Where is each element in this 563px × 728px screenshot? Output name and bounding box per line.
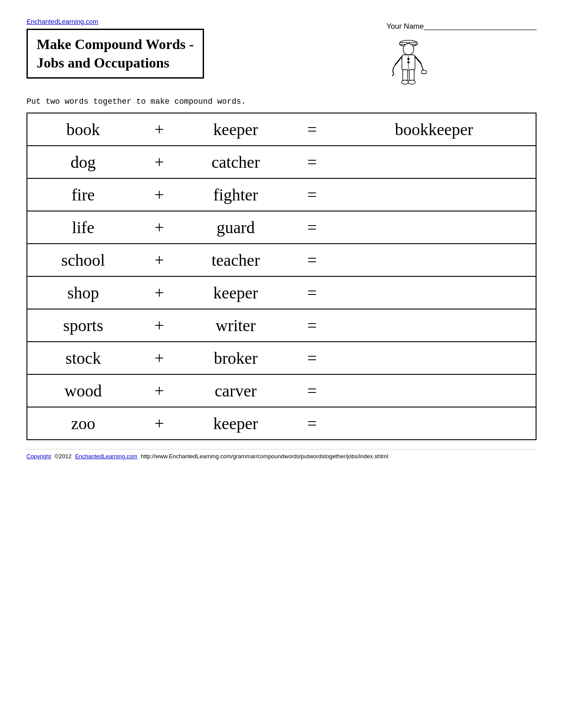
footer-copyright: Copyright: [26, 453, 51, 460]
footer-year: ©2012: [55, 453, 72, 460]
cell-word1-row9: zoo: [27, 407, 139, 440]
cell-result-row6: [333, 309, 536, 342]
cell-word2-row9: keeper: [180, 407, 292, 440]
svg-line-11: [392, 74, 394, 76]
svg-point-15: [408, 80, 416, 84]
table-row: fire+fighter=: [27, 178, 536, 211]
cell-equals-row8: =: [292, 374, 333, 407]
title-line1: Make Compound Words -: [37, 36, 194, 52]
table-row: wood+carver=: [27, 374, 536, 407]
cell-equals-row9: =: [292, 407, 333, 440]
cell-equals-row7: =: [292, 342, 333, 374]
right-header: Your Name___________________________: [386, 18, 537, 88]
site-link-top[interactable]: EnchantedLearning.com: [26, 18, 98, 25]
cell-word2-row6: writer: [180, 309, 292, 342]
firefighter-icon: [386, 35, 431, 88]
cell-word1-row3: life: [27, 211, 139, 244]
table-row: zoo+keeper=: [27, 407, 536, 440]
cell-plus-row1: +: [139, 146, 180, 178]
svg-line-8: [415, 57, 421, 63]
cell-equals-row3: =: [292, 211, 333, 244]
cell-word2-row8: carver: [180, 374, 292, 407]
cell-plus-row8: +: [139, 374, 180, 407]
cell-plus-row0: +: [139, 113, 180, 146]
cell-equals-row0: =: [292, 113, 333, 146]
title-box: Make Compound Words - Jobs and Occupatio…: [26, 29, 204, 79]
cell-word2-row1: catcher: [180, 146, 292, 178]
cell-result-row7: [333, 342, 536, 374]
cell-word1-row0: book: [27, 113, 139, 146]
svg-rect-10: [422, 70, 427, 73]
cell-plus-row4: +: [139, 244, 180, 276]
cell-result-row8: [333, 374, 536, 407]
cell-plus-row7: +: [139, 342, 180, 374]
cell-plus-row3: +: [139, 211, 180, 244]
words-table: book+keeper=bookkeeperdog+catcher=fire+f…: [26, 113, 537, 440]
svg-point-2: [403, 43, 414, 55]
svg-point-6: [408, 61, 409, 63]
footer-url: http://www.EnchantedLearning.com/grammar…: [141, 453, 388, 460]
cell-plus-row5: +: [139, 276, 180, 309]
table-row: sports+writer=: [27, 309, 536, 342]
cell-equals-row1: =: [292, 146, 333, 178]
cell-equals-row2: =: [292, 178, 333, 211]
table-row: dog+catcher=: [27, 146, 536, 178]
cell-result-row9: [333, 407, 536, 440]
footer-site-link[interactable]: EnchantedLearning.com: [75, 453, 137, 460]
footer-site-name: EnchantedLearning.com: [75, 453, 137, 460]
cell-plus-row9: +: [139, 407, 180, 440]
cell-word2-row7: broker: [180, 342, 292, 374]
cell-word1-row1: dog: [27, 146, 139, 178]
footer: Copyright ©2012 EnchantedLearning.com ht…: [26, 449, 537, 460]
cell-result-row3: [333, 211, 536, 244]
table-row: school+teacher=: [27, 244, 536, 276]
svg-line-7: [396, 57, 402, 64]
cell-word2-row4: teacher: [180, 244, 292, 276]
top-section: EnchantedLearning.com Make Compound Word…: [26, 18, 537, 88]
cell-result-row4: [333, 244, 536, 276]
table-row: shop+keeper=: [27, 276, 536, 309]
cell-equals-row5: =: [292, 276, 333, 309]
cell-word2-row0: keeper: [180, 113, 292, 146]
cell-word1-row5: shop: [27, 276, 139, 309]
footer-copyright-link[interactable]: Copyright: [26, 453, 51, 460]
table-row: book+keeper=bookkeeper: [27, 113, 536, 146]
cell-equals-row4: =: [292, 244, 333, 276]
cell-word2-row2: fighter: [180, 178, 292, 211]
svg-point-5: [408, 58, 409, 60]
cell-equals-row6: =: [292, 309, 333, 342]
cell-result-row0: bookkeeper: [333, 113, 536, 146]
instruction: Put two words together to make compound …: [26, 97, 537, 106]
cell-word1-row8: wood: [27, 374, 139, 407]
cell-result-row1: [333, 146, 536, 178]
cell-word1-row2: fire: [27, 178, 139, 211]
left-header: EnchantedLearning.com Make Compound Word…: [26, 18, 204, 79]
cell-result-row5: [333, 276, 536, 309]
cell-plus-row6: +: [139, 309, 180, 342]
cell-word1-row6: sports: [27, 309, 139, 342]
table-row: stock+broker=: [27, 342, 536, 374]
cell-plus-row2: +: [139, 178, 180, 211]
cell-word1-row7: stock: [27, 342, 139, 374]
your-name-label: Your Name___________________________: [386, 22, 537, 31]
cell-word2-row5: keeper: [180, 276, 292, 309]
cell-word2-row3: guard: [180, 211, 292, 244]
cell-result-row2: [333, 178, 536, 211]
title-line2: Jobs and Occupations: [37, 55, 170, 71]
cell-word1-row4: school: [27, 244, 139, 276]
table-row: life+guard=: [27, 211, 536, 244]
